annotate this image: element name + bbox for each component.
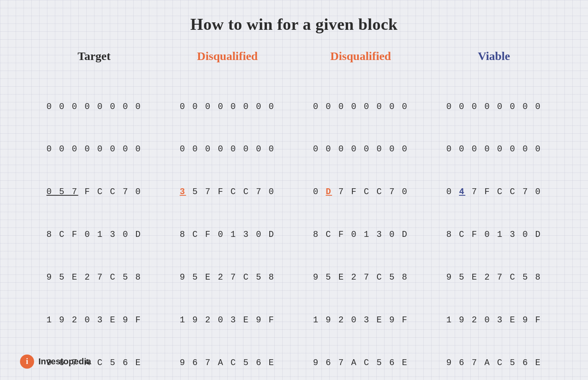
- highlight-digit: 3: [180, 187, 186, 197]
- hash-row: 8 C F 0 1 3 0 D: [180, 228, 275, 242]
- column-target-hash: 0 0 0 0 0 0 0 0 0 0 0 0 0 0 0 0 0 5 7 F …: [46, 71, 142, 380]
- hash-row: 0 0 0 0 0 0 0 0: [180, 142, 275, 156]
- hash-row: 0 0 0 0 0 0 0 0: [446, 100, 541, 114]
- hash-row: 8 C F 0 1 3 0 D: [313, 228, 408, 242]
- hash-row: 0 0 0 0 0 0 0 0: [46, 142, 142, 156]
- hash-row: 0 0 0 0 0 0 0 0: [180, 100, 275, 114]
- column-disqualified2-hash: 0 0 0 0 0 0 0 0 0 0 0 0 0 0 0 0 0 D 7 F …: [313, 71, 408, 380]
- logo-area: i Investopedia: [20, 354, 91, 369]
- hash-row: 8 C F 0 1 3 0 D: [446, 228, 541, 242]
- column-disqualified2: Disqualified 0 0 0 0 0 0 0 0 0 0 0 0 0 0…: [294, 49, 427, 380]
- column-disqualified2-header: Disqualified: [330, 49, 391, 63]
- column-viable-header: Viable: [478, 49, 510, 63]
- hash-row: 0 D 7 F C C 7 0: [313, 185, 408, 199]
- highlight-digit: D: [326, 187, 332, 197]
- hash-row: 9 6 7 A C 5 6 E: [180, 356, 275, 370]
- column-target-header: Target: [78, 49, 111, 63]
- hash-row: 1 9 2 0 3 E 9 F: [313, 313, 408, 327]
- column-viable-hash: 0 0 0 0 0 0 0 0 0 0 0 0 0 0 0 0 0 4 7 F …: [446, 71, 541, 380]
- hash-row: 0 0 0 0 0 0 0 0: [313, 100, 408, 114]
- hash-row: 9 5 E 2 7 C 5 8: [313, 271, 408, 285]
- hash-row: 0 0 0 0 0 0 0 0: [46, 100, 142, 114]
- hash-row: 1 9 2 0 3 E 9 F: [446, 313, 541, 327]
- investopedia-logo-icon: i: [20, 354, 34, 369]
- column-disqualified1-header: Disqualified: [197, 49, 258, 63]
- investopedia-logo-text: Investopedia: [38, 356, 91, 367]
- svg-text:i: i: [26, 357, 28, 365]
- hash-row: 1 9 2 0 3 E 9 F: [180, 313, 275, 327]
- hash-row: 3 5 7 F C C 7 0: [180, 185, 275, 199]
- hash-row: 9 6 7 A C 5 6 E: [313, 356, 408, 370]
- column-disqualified1-hash: 0 0 0 0 0 0 0 0 0 0 0 0 0 0 0 0 3 5 7 F …: [180, 71, 275, 380]
- hash-row: 9 5 E 2 7 C 5 8: [446, 271, 541, 285]
- column-disqualified1: Disqualified 0 0 0 0 0 0 0 0 0 0 0 0 0 0…: [161, 49, 294, 380]
- hash-row: 8 C F 0 1 3 0 D: [46, 228, 142, 242]
- hash-row: 0 4 7 F C C 7 0: [446, 185, 541, 199]
- columns-wrapper: Target 0 0 0 0 0 0 0 0 0 0 0 0 0 0 0 0 0…: [0, 49, 588, 380]
- hash-row: 1 9 2 0 3 E 9 F: [46, 313, 142, 327]
- hash-row: 9 5 E 2 7 C 5 8: [46, 271, 142, 285]
- underline-span: 0 5 7: [46, 187, 78, 197]
- hash-row: 0 5 7 F C C 7 0: [46, 185, 142, 199]
- page-title: How to win for a given block: [191, 15, 398, 34]
- hash-row: 0 0 0 0 0 0 0 0: [446, 142, 541, 156]
- hash-row: 9 5 E 2 7 C 5 8: [180, 271, 275, 285]
- column-viable: Viable 0 0 0 0 0 0 0 0 0 0 0 0 0 0 0 0 0…: [427, 49, 561, 380]
- hash-row: 9 6 7 A C 5 6 E: [446, 356, 541, 370]
- highlight-digit: 4: [459, 187, 465, 197]
- hash-row: 0 0 0 0 0 0 0 0: [313, 142, 408, 156]
- column-target: Target 0 0 0 0 0 0 0 0 0 0 0 0 0 0 0 0 0…: [27, 49, 161, 380]
